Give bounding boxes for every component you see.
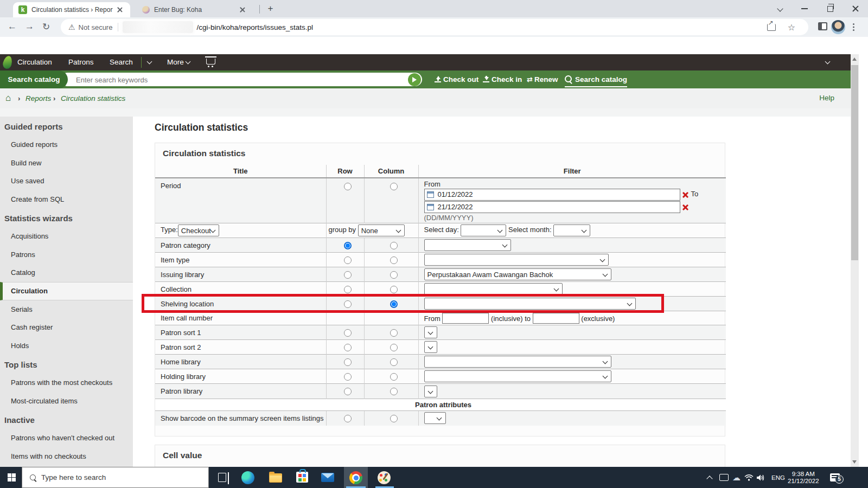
sidebar-item-patrons-not-checked-out[interactable]: Patrons who haven't checked out <box>0 429 133 447</box>
bookmark-star-icon[interactable]: ☆ <box>788 22 795 33</box>
clock[interactable]: 9:38 AM21/12/2022 <box>788 467 819 488</box>
item-type-select[interactable] <box>424 254 609 266</box>
restore-button[interactable] <box>818 0 842 17</box>
sidebar-item-cash-register[interactable]: Cash register <box>0 318 133 337</box>
wifi-tray-icon[interactable] <box>744 467 754 488</box>
date-to-input[interactable] <box>437 202 678 211</box>
tab-close-icon[interactable] <box>240 7 245 12</box>
day-select[interactable] <box>461 224 506 236</box>
sidebar-item-guided-reports[interactable]: Guided reports <box>0 136 133 154</box>
sidebar-item-build-new[interactable]: Build new <box>0 154 133 172</box>
search-submit-arrow-button[interactable] <box>408 73 421 86</box>
back-button[interactable]: ← <box>8 21 17 32</box>
barcode-select[interactable] <box>424 412 446 424</box>
barcode-row-radio[interactable] <box>344 415 352 422</box>
collection-select[interactable] <box>424 283 563 295</box>
patron-category-column-radio[interactable] <box>390 242 398 249</box>
nav-search[interactable]: Search <box>110 54 133 70</box>
period-column-radio[interactable] <box>390 183 398 190</box>
nav-patrons[interactable]: Patrons <box>68 54 94 70</box>
calendar-icon[interactable] <box>427 204 434 210</box>
nav-right-dropdown[interactable] <box>826 54 829 70</box>
breadcrumb-reports[interactable]: Reports <box>25 94 51 102</box>
date-from-input[interactable] <box>437 190 678 199</box>
file-explorer-icon[interactable] <box>269 473 282 483</box>
sidebar-item-holds[interactable]: Holds <box>0 337 133 355</box>
calendar-icon[interactable] <box>427 191 434 198</box>
sidebar-item-use-saved[interactable]: Use saved <box>0 172 133 190</box>
language-indicator[interactable]: ENG <box>771 467 785 488</box>
page-scrollbar[interactable] <box>851 54 859 467</box>
issuing-library-select[interactable]: Perpustakaan Awam Cawangan Bachok <box>424 268 611 280</box>
sort1-row-radio[interactable] <box>344 329 352 337</box>
minimize-button[interactable] <box>793 0 816 17</box>
sort2-column-radio[interactable] <box>390 344 398 351</box>
cart-icon[interactable] <box>206 59 215 65</box>
search-catalog-tab[interactable]: Search catalog <box>0 70 68 88</box>
tab-search-button[interactable] <box>768 0 792 17</box>
holding-library-column-radio[interactable] <box>390 373 398 381</box>
renew-link[interactable]: ⇄Renew <box>527 70 558 88</box>
taskbar-search[interactable]: Type here to search <box>22 467 209 488</box>
sidebar-item-acquisitions[interactable]: Acquisitions <box>0 227 133 246</box>
mail-icon[interactable] <box>321 473 334 482</box>
scroll-up-arrow[interactable] <box>852 57 857 61</box>
task-view-icon[interactable] <box>218 473 226 482</box>
new-tab-button[interactable]: + <box>266 4 275 14</box>
nav-circulation[interactable]: Circulation <box>17 54 52 70</box>
reload-button[interactable]: ↻ <box>42 21 50 33</box>
home-icon[interactable]: ⌂ <box>5 93 11 104</box>
clear-date-icon[interactable] <box>682 191 689 198</box>
nav-search-dropdown[interactable] <box>148 54 151 70</box>
home-library-row-radio[interactable] <box>344 358 352 366</box>
close-window-button[interactable] <box>844 0 867 17</box>
scroll-down-arrow[interactable] <box>852 460 857 464</box>
sidebar-item-most-circulated[interactable]: Most-circulated items <box>0 392 133 410</box>
address-bar[interactable]: ⚠ Not secure /cgi-bin/koha/reports/issue… <box>61 19 808 35</box>
sidebar-item-catalog[interactable]: Catalog <box>0 264 133 282</box>
period-row-radio[interactable] <box>344 183 352 190</box>
patron-category-select[interactable] <box>424 239 511 251</box>
url-path[interactable]: /cgi-bin/koha/reports/issues_stats.pl <box>196 23 767 31</box>
cast-tray-icon[interactable] <box>719 467 729 488</box>
start-button[interactable] <box>8 473 16 481</box>
collection-row-radio[interactable] <box>344 286 352 293</box>
microsoft-store-icon[interactable] <box>296 472 308 483</box>
sidebar-item-create-from-sql[interactable]: Create from SQL <box>0 190 133 209</box>
sort2-row-radio[interactable] <box>344 344 352 351</box>
search-catalog-link[interactable]: Search catalog <box>565 70 627 87</box>
nav-more[interactable]: More <box>167 54 190 70</box>
callnum-from-input[interactable] <box>442 313 489 324</box>
issuing-library-column-radio[interactable] <box>390 271 398 279</box>
patron-category-row-radio[interactable] <box>344 242 352 249</box>
item-type-column-radio[interactable] <box>390 256 398 264</box>
scrollbar-thumb[interactable] <box>851 65 858 260</box>
side-panel-icon[interactable] <box>818 22 827 30</box>
type-select[interactable]: Checkout <box>178 224 219 236</box>
month-select[interactable] <box>553 224 590 236</box>
date-to-field[interactable] <box>424 201 680 213</box>
volume-tray-icon[interactable] <box>756 467 765 488</box>
holding-library-select[interactable] <box>424 370 611 382</box>
notification-center-button[interactable]: 5 <box>830 467 840 488</box>
sidebar-item-patrons-most-checkouts[interactable]: Patrons with the most checkouts <box>0 374 133 392</box>
check-in-link[interactable]: Check in <box>483 70 522 88</box>
help-link[interactable]: Help <box>819 94 834 102</box>
item-type-row-radio[interactable] <box>344 256 352 264</box>
tray-expand-button[interactable] <box>707 467 712 488</box>
groupby-select[interactable]: None <box>358 224 405 236</box>
profile-avatar[interactable] <box>831 20 845 34</box>
barcode-column-radio[interactable] <box>390 415 398 422</box>
forward-button[interactable]: → <box>25 21 34 32</box>
tab-enter-bug-koha[interactable]: Enter Bug: Koha <box>137 2 255 17</box>
sort1-select[interactable] <box>424 326 437 338</box>
home-library-select[interactable] <box>424 356 611 368</box>
browser-menu-icon[interactable] <box>853 23 854 25</box>
catalog-search-input[interactable] <box>75 73 381 86</box>
issuing-library-row-radio[interactable] <box>344 271 352 279</box>
sort2-select[interactable] <box>424 341 437 353</box>
onedrive-tray-icon[interactable]: ☁ <box>732 467 741 488</box>
patron-library-column-radio[interactable] <box>390 388 398 395</box>
sort1-column-radio[interactable] <box>390 329 398 337</box>
koha-logo[interactable] <box>2 55 13 69</box>
